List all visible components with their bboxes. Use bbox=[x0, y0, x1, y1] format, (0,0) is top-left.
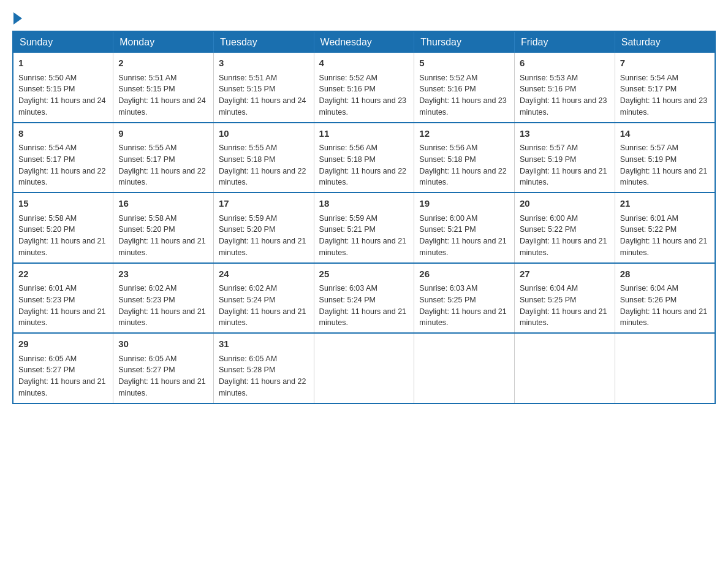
day-number: 10 bbox=[219, 127, 309, 141]
calendar-cell: 12Sunrise: 5:56 AMSunset: 5:18 PMDayligh… bbox=[414, 123, 515, 193]
sunrise-text: Sunrise: 6:02 AM bbox=[219, 284, 277, 293]
day-number: 17 bbox=[219, 197, 309, 211]
sunset-text: Sunset: 5:28 PM bbox=[219, 366, 275, 374]
daylight-text: Daylight: 11 hours and 24 minutes. bbox=[118, 96, 205, 117]
day-number: 9 bbox=[118, 127, 208, 141]
calendar-cell: 6Sunrise: 5:53 AMSunset: 5:16 PMDaylight… bbox=[515, 53, 615, 123]
daylight-text: Daylight: 11 hours and 23 minutes. bbox=[520, 96, 607, 117]
daylight-text: Daylight: 11 hours and 23 minutes. bbox=[620, 96, 707, 117]
daylight-text: Daylight: 11 hours and 21 minutes. bbox=[18, 307, 105, 327]
sunset-text: Sunset: 5:19 PM bbox=[520, 155, 576, 164]
day-number: 26 bbox=[419, 267, 509, 282]
day-number: 28 bbox=[620, 267, 710, 282]
day-number: 21 bbox=[620, 197, 710, 211]
daylight-text: Daylight: 11 hours and 24 minutes. bbox=[18, 96, 105, 117]
sunset-text: Sunset: 5:18 PM bbox=[319, 155, 376, 164]
daylight-text: Daylight: 11 hours and 21 minutes. bbox=[620, 307, 707, 327]
sunset-text: Sunset: 5:26 PM bbox=[620, 296, 677, 304]
daylight-text: Daylight: 11 hours and 24 minutes. bbox=[219, 96, 306, 117]
daylight-text: Daylight: 11 hours and 21 minutes. bbox=[219, 237, 306, 257]
calendar-cell: 27Sunrise: 6:04 AMSunset: 5:25 PMDayligh… bbox=[515, 263, 615, 334]
sunrise-text: Sunrise: 5:56 AM bbox=[419, 144, 477, 152]
daylight-text: Daylight: 11 hours and 21 minutes. bbox=[219, 307, 306, 327]
sunset-text: Sunset: 5:22 PM bbox=[620, 225, 677, 234]
calendar-cell: 13Sunrise: 5:57 AMSunset: 5:19 PMDayligh… bbox=[515, 123, 615, 193]
sunset-text: Sunset: 5:21 PM bbox=[319, 225, 376, 234]
sunrise-text: Sunrise: 5:52 AM bbox=[419, 74, 477, 82]
sunrise-text: Sunrise: 5:58 AM bbox=[118, 214, 176, 223]
calendar-cell: 22Sunrise: 6:01 AMSunset: 5:23 PMDayligh… bbox=[13, 263, 113, 334]
sunset-text: Sunset: 5:24 PM bbox=[319, 296, 376, 304]
calendar-cell: 3Sunrise: 5:51 AMSunset: 5:15 PMDaylight… bbox=[213, 53, 314, 123]
sunset-text: Sunset: 5:25 PM bbox=[520, 296, 576, 304]
sunrise-text: Sunrise: 6:04 AM bbox=[620, 284, 678, 293]
daylight-text: Daylight: 11 hours and 21 minutes. bbox=[319, 237, 406, 257]
day-number: 23 bbox=[118, 267, 208, 282]
daylight-text: Daylight: 11 hours and 22 minutes. bbox=[319, 167, 406, 187]
day-number: 3 bbox=[219, 56, 309, 71]
day-number: 22 bbox=[18, 267, 108, 282]
daylight-text: Daylight: 11 hours and 21 minutes. bbox=[419, 237, 506, 257]
sunrise-text: Sunrise: 5:54 AM bbox=[620, 74, 678, 82]
day-number: 12 bbox=[419, 127, 509, 141]
daylight-text: Daylight: 11 hours and 21 minutes. bbox=[118, 377, 205, 397]
day-number: 8 bbox=[18, 127, 108, 141]
sunrise-text: Sunrise: 6:02 AM bbox=[118, 284, 176, 293]
calendar-cell: 4Sunrise: 5:52 AMSunset: 5:16 PMDaylight… bbox=[314, 53, 414, 123]
calendar-cell: 2Sunrise: 5:51 AMSunset: 5:15 PMDaylight… bbox=[113, 53, 214, 123]
sunrise-text: Sunrise: 6:05 AM bbox=[18, 354, 77, 363]
calendar-cell: 15Sunrise: 5:58 AMSunset: 5:20 PMDayligh… bbox=[13, 193, 113, 263]
daylight-text: Daylight: 11 hours and 21 minutes. bbox=[620, 167, 707, 187]
sunset-text: Sunset: 5:16 PM bbox=[520, 85, 576, 93]
calendar-week-row: 1Sunrise: 5:50 AMSunset: 5:15 PMDaylight… bbox=[13, 53, 715, 123]
sunrise-text: Sunrise: 6:03 AM bbox=[319, 284, 377, 293]
sunset-text: Sunset: 5:23 PM bbox=[118, 296, 175, 304]
logo bbox=[12, 12, 23, 25]
calendar-cell: 1Sunrise: 5:50 AMSunset: 5:15 PMDaylight… bbox=[13, 53, 113, 123]
day-number: 1 bbox=[18, 56, 108, 71]
sunset-text: Sunset: 5:22 PM bbox=[520, 225, 576, 234]
day-number: 16 bbox=[118, 197, 208, 211]
daylight-text: Daylight: 11 hours and 22 minutes. bbox=[219, 377, 306, 397]
sunrise-text: Sunrise: 5:57 AM bbox=[520, 144, 578, 152]
sunset-text: Sunset: 5:25 PM bbox=[419, 296, 476, 304]
calendar-cell: 17Sunrise: 5:59 AMSunset: 5:20 PMDayligh… bbox=[213, 193, 314, 263]
sunrise-text: Sunrise: 5:51 AM bbox=[219, 74, 277, 82]
weekday-header-friday: Friday bbox=[515, 31, 615, 53]
calendar-table: SundayMondayTuesdayWednesdayThursdayFrid… bbox=[12, 31, 716, 404]
calendar-cell: 20Sunrise: 6:00 AMSunset: 5:22 PMDayligh… bbox=[515, 193, 615, 263]
sunset-text: Sunset: 5:15 PM bbox=[18, 85, 75, 93]
sunset-text: Sunset: 5:20 PM bbox=[118, 225, 175, 234]
calendar-cell: 9Sunrise: 5:55 AMSunset: 5:17 PMDaylight… bbox=[113, 123, 214, 193]
daylight-text: Daylight: 11 hours and 21 minutes. bbox=[620, 237, 707, 257]
daylight-text: Daylight: 11 hours and 21 minutes. bbox=[18, 237, 105, 257]
sunrise-text: Sunrise: 5:59 AM bbox=[219, 214, 277, 223]
sunrise-text: Sunrise: 6:03 AM bbox=[419, 284, 477, 293]
calendar-cell bbox=[314, 333, 414, 404]
calendar-cell: 25Sunrise: 6:03 AMSunset: 5:24 PMDayligh… bbox=[314, 263, 414, 334]
day-number: 19 bbox=[419, 197, 509, 211]
day-number: 25 bbox=[319, 267, 409, 282]
day-number: 2 bbox=[118, 56, 208, 71]
calendar-week-row: 29Sunrise: 6:05 AMSunset: 5:27 PMDayligh… bbox=[13, 333, 715, 404]
day-number: 18 bbox=[319, 197, 409, 211]
sunset-text: Sunset: 5:18 PM bbox=[419, 155, 476, 164]
sunrise-text: Sunrise: 5:55 AM bbox=[118, 144, 176, 152]
sunrise-text: Sunrise: 6:01 AM bbox=[18, 284, 77, 293]
daylight-text: Daylight: 11 hours and 23 minutes. bbox=[419, 96, 506, 117]
day-number: 11 bbox=[319, 127, 409, 141]
day-number: 13 bbox=[520, 127, 610, 141]
calendar-cell: 31Sunrise: 6:05 AMSunset: 5:28 PMDayligh… bbox=[213, 333, 314, 404]
sunset-text: Sunset: 5:18 PM bbox=[219, 155, 275, 164]
calendar-cell: 21Sunrise: 6:01 AMSunset: 5:22 PMDayligh… bbox=[615, 193, 715, 263]
day-number: 20 bbox=[520, 197, 610, 211]
daylight-text: Daylight: 11 hours and 21 minutes. bbox=[18, 377, 105, 397]
calendar-cell bbox=[515, 333, 615, 404]
day-number: 29 bbox=[18, 337, 108, 351]
daylight-text: Daylight: 11 hours and 21 minutes. bbox=[520, 307, 607, 327]
day-number: 14 bbox=[620, 127, 710, 141]
calendar-cell: 28Sunrise: 6:04 AMSunset: 5:26 PMDayligh… bbox=[615, 263, 715, 334]
page-header bbox=[12, 12, 716, 25]
logo-arrow-icon bbox=[13, 12, 22, 25]
calendar-cell bbox=[414, 333, 515, 404]
